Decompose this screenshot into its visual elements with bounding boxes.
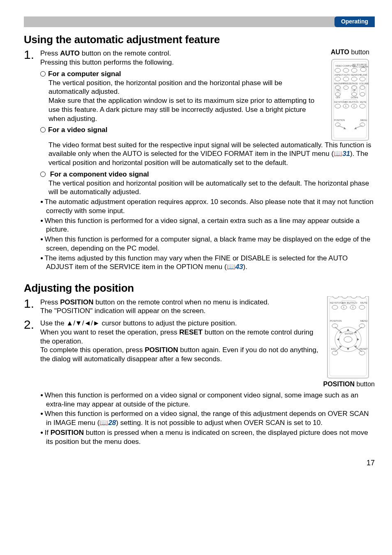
svg-text:2: 2: [353, 105, 355, 107]
svg-point-16: [351, 77, 357, 81]
step-text: To complete this operation, press: [40, 346, 145, 354]
svg-point-31: [335, 92, 340, 96]
svg-text:KEYSTONE: KEYSTONE: [334, 101, 346, 103]
sub-head-video: For a video signal: [40, 125, 375, 135]
svg-text:PAGE: PAGE: [352, 82, 358, 85]
svg-point-5: [335, 68, 341, 72]
svg-text:MY BUTTON: MY BUTTON: [343, 302, 357, 304]
auto-button-illustration: AUTO button VIDEOCOMPUTER MY SOURCE/DOC.…: [325, 48, 375, 140]
sub-head-computer: For a computer signal: [40, 70, 375, 79]
svg-text:ASPECT: ASPECT: [334, 74, 344, 76]
svg-point-7: [351, 68, 357, 72]
pos-step-2: 2. Use the ▲/▼/◄/► cursor buttons to adj…: [24, 319, 319, 364]
svg-point-17: [360, 77, 365, 81]
svg-text:BLANK: BLANK: [360, 74, 367, 76]
step-text-line2: Pressing this button performs the follow…: [40, 58, 321, 67]
svg-text:ON: ON: [337, 89, 340, 92]
svg-text:MENU: MENU: [360, 119, 367, 121]
svg-text:ESC: ESC: [331, 348, 337, 350]
svg-point-57: [332, 305, 338, 309]
svg-text:KEYSTONE: KEYSTONE: [330, 302, 344, 304]
svg-text:AUTO: AUTO: [344, 74, 350, 76]
svg-text:OFF: OFF: [336, 96, 341, 99]
svg-text:MENU: MENU: [360, 320, 368, 322]
step-text-line1: Press: [40, 49, 60, 57]
reset-btn-label: RESET: [179, 328, 203, 336]
step-text: Use the ▲/▼/◄/► cursor buttons to adjust…: [40, 319, 319, 328]
bullet-item: If POSITION button is pressed when a men…: [40, 428, 375, 446]
bullet-item: When this function is performed for a co…: [40, 235, 375, 253]
sub-head-component: For a component video signal: [40, 170, 375, 179]
remote-control-icon: KEYSTONEMY BUTTONMUTE 12 POSITIONMENU EN…: [323, 296, 375, 379]
svg-point-33: [360, 92, 365, 96]
step-text: button on the remote control.: [80, 49, 171, 57]
svg-point-32: [352, 92, 357, 96]
step-1: 1. Press AUTO button on the remote contr…: [24, 49, 321, 67]
svg-point-69: [344, 337, 352, 342]
sub-body-component: The vertical position and horizontal pos…: [48, 179, 375, 197]
svg-point-43: [360, 104, 365, 108]
book-icon: 📖: [99, 419, 108, 427]
section-title-position: Adjusting the position: [24, 281, 375, 295]
step-number: 2.: [24, 319, 40, 330]
book-icon: 📖: [334, 150, 342, 158]
bullet-item: The items adjusted by this function may …: [40, 254, 375, 272]
section-title-auto: Using the automatic adjustment feature: [24, 33, 375, 46]
position-btn-label: POSITION: [60, 298, 93, 306]
bullet-item: When this function is performed on a vid…: [40, 391, 375, 409]
svg-point-8: [360, 67, 366, 72]
svg-text:1: 1: [345, 105, 346, 107]
svg-text:POSITION: POSITION: [334, 119, 345, 121]
section-badge: Operating: [334, 16, 375, 27]
step-text: When you want to reset the operation, pr…: [40, 328, 179, 336]
bullet-item: When this function is performed for a vi…: [40, 216, 375, 235]
step-text: button on the remote control when no men…: [93, 298, 269, 306]
page-ref-28: 28: [108, 419, 116, 427]
page-ref-43: 43: [235, 263, 243, 271]
svg-text:VOLUME: VOLUME: [359, 82, 369, 85]
sub-body-video: The video format best suited for the res…: [48, 141, 375, 167]
svg-text:ENTER: ENTER: [345, 332, 353, 335]
svg-text:MY BUTTON: MY BUTTON: [345, 101, 358, 103]
svg-point-60: [359, 305, 365, 309]
svg-point-40: [335, 104, 341, 108]
auto-btn-label: AUTO: [60, 49, 80, 57]
auto-button-caption: AUTO button: [325, 48, 375, 56]
svg-point-14: [335, 77, 341, 81]
position-button-illustration: KEYSTONEMY BUTTONMUTE 12 POSITIONMENU EN…: [323, 296, 375, 390]
step-text: The "POSITION" indication will appear on…: [40, 307, 319, 316]
remote-control-icon: VIDEOCOMPUTER MY SOURCE/DOC.CAMERA ASPEC…: [325, 58, 375, 141]
svg-point-26: [344, 86, 348, 89]
svg-text:MUTE: MUTE: [360, 302, 367, 304]
pos-step-1: 1. Press POSITION button on the remote c…: [24, 298, 319, 316]
svg-text:FREEZE: FREEZE: [343, 82, 352, 85]
step-text: Press: [40, 298, 60, 306]
svg-text:DOWN: DOWN: [351, 96, 358, 99]
position-button-caption: POSITION button: [323, 380, 375, 388]
svg-point-6: [343, 68, 349, 72]
svg-point-28: [360, 86, 365, 89]
svg-text:VIDEO: VIDEO: [335, 65, 343, 67]
step-number: 1.: [24, 298, 40, 309]
svg-text:RESET: RESET: [360, 348, 368, 350]
page-ref-31: 31: [342, 150, 350, 158]
svg-text:DOC.CAMERA: DOC.CAMERA: [353, 65, 369, 68]
header-bar: Operating: [24, 16, 375, 27]
bullet-item: When this function is performed on a vid…: [40, 409, 375, 427]
page-number: 17: [24, 458, 375, 468]
bullet-item: The automatic adjustment operation requi…: [40, 197, 375, 216]
step-number: 1.: [24, 49, 40, 60]
svg-point-15: [343, 77, 349, 81]
book-icon: 📖: [227, 263, 235, 271]
svg-text:UP: UP: [353, 89, 356, 92]
svg-text:POSITION: POSITION: [330, 320, 342, 322]
svg-text:MUTE: MUTE: [360, 101, 367, 103]
svg-text:SEARCH: SEARCH: [351, 74, 360, 76]
position-btn-label: POSITION: [145, 346, 178, 354]
position-btn-label: POSITION: [51, 429, 84, 437]
